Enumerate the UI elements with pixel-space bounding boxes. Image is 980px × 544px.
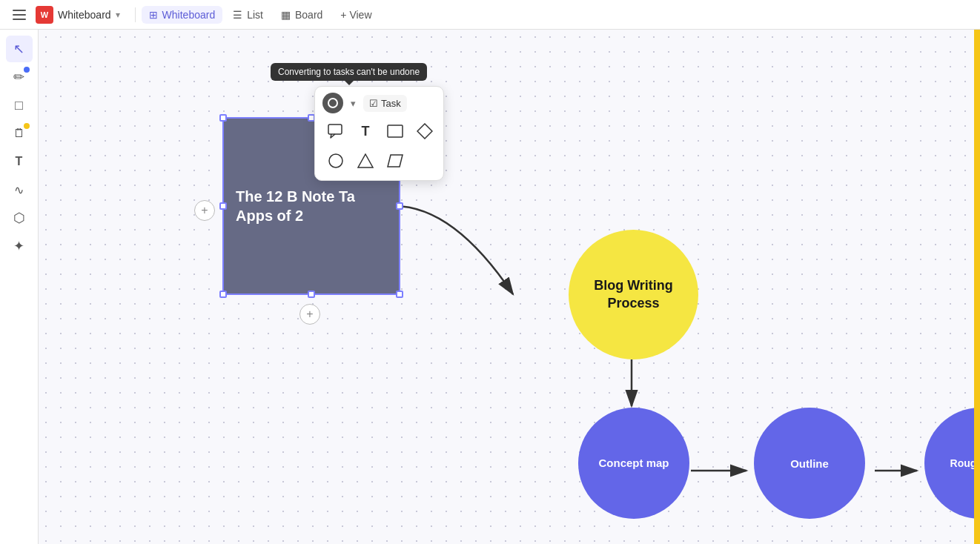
popup-top-row: ▾ ☑ Task — [322, 93, 436, 113]
app-icon: W — [36, 6, 53, 24]
shape-callout[interactable] — [322, 118, 349, 145]
task-label: Task — [381, 98, 401, 109]
draw-dot — [24, 67, 30, 73]
left-toolbar: ↖ ✏ □ 🗒 T ∿ ⬡ ✦ — [0, 30, 39, 544]
task-check-icon: ☑ — [369, 98, 378, 109]
add-button-2[interactable]: + — [299, 304, 320, 325]
blog-writing-label: Blog Writing Process — [569, 270, 698, 319]
popup-task-button[interactable]: ☑ Task — [363, 95, 407, 112]
shape-triangle[interactable] — [352, 147, 379, 174]
svg-rect-4 — [328, 125, 342, 134]
svg-marker-8 — [358, 154, 373, 167]
shape-icon: □ — [15, 98, 23, 113]
shape-diamond[interactable] — [411, 118, 438, 145]
svg-marker-9 — [388, 155, 403, 167]
sel-handle-tl — [219, 114, 227, 122]
rough-draft-label: Rough Draft — [944, 451, 974, 475]
note-text: The 12 B Note Ta Apps of 2 — [224, 175, 399, 237]
tool-draw[interactable]: ✏ — [6, 64, 33, 90]
svg-rect-5 — [388, 125, 403, 137]
concept-map-label: Concept map — [592, 450, 675, 477]
tab-board[interactable]: ▦ Board — [274, 6, 330, 24]
text-icon: T — [16, 155, 23, 168]
rough-draft-node[interactable]: Rough Draft — [924, 408, 974, 519]
outline-node[interactable]: Outline — [754, 408, 865, 519]
tool-note[interactable]: 🗒 — [6, 120, 33, 147]
right-color-strip — [974, 30, 980, 544]
main-layout: ↖ ✏ □ 🗒 T ∿ ⬡ ✦ — [0, 30, 980, 544]
tool-connect[interactable]: ⬡ — [6, 205, 33, 231]
menu-button[interactable] — [9, 4, 30, 25]
shape-text[interactable]: T — [352, 118, 379, 145]
blog-writing-node[interactable]: Blog Writing Process — [569, 230, 698, 359]
tab-list[interactable]: ☰ List — [225, 6, 271, 24]
note-dot — [24, 123, 30, 129]
tool-text[interactable]: T — [6, 148, 33, 175]
concept-map-node[interactable]: Concept map — [578, 408, 689, 519]
convert-tooltip: Converting to tasks can't be undone — [271, 63, 427, 81]
list-tab-icon: ☰ — [233, 9, 242, 21]
note-icon: 🗒 — [13, 127, 25, 140]
select-icon: ↖ — [13, 41, 24, 57]
whiteboard-tab-icon: ⊞ — [149, 9, 158, 21]
sel-handle-bm — [308, 291, 315, 298]
canvas[interactable]: The 12 B Note Ta Apps of 2 Converting to… — [39, 30, 974, 544]
list-tab-label: List — [247, 9, 263, 21]
svg-point-7 — [329, 154, 342, 167]
app-chevron: ▾ — [116, 10, 120, 20]
svg-marker-6 — [417, 124, 432, 139]
sel-handle-bl — [219, 291, 227, 298]
tool-pen[interactable]: ∿ — [6, 176, 33, 203]
sel-handle-ml — [219, 202, 227, 210]
draw-icon: ✏ — [13, 69, 24, 85]
tab-whiteboard[interactable]: ⊞ Whiteboard — [142, 6, 223, 24]
shape-popup: Converting to tasks can't be undone ▾ ☑ … — [314, 86, 444, 181]
shape-rect[interactable] — [382, 118, 408, 145]
board-tab-label: Board — [295, 9, 322, 21]
magic-icon: ✦ — [13, 238, 24, 254]
popup-dot-button[interactable] — [322, 93, 343, 113]
add-view-button[interactable]: + View — [333, 6, 379, 24]
sel-handle-mr — [396, 202, 403, 210]
outline-label: Outline — [790, 457, 829, 470]
tool-magic[interactable]: ✦ — [6, 233, 33, 259]
shape-parallelogram[interactable] — [382, 147, 408, 174]
sel-handle-br — [396, 291, 403, 298]
shape-grid: T — [322, 118, 436, 174]
topbar: W Whiteboard ▾ ⊞ Whiteboard ☰ List ▦ Boa… — [0, 0, 980, 30]
pen-icon: ∿ — [14, 183, 24, 197]
divider-1 — [135, 7, 136, 22]
tool-select[interactable]: ↖ — [6, 36, 33, 62]
popup-separator: ▾ — [351, 98, 356, 109]
add-view-label: + View — [340, 9, 371, 21]
popup-dot-inner — [328, 98, 338, 108]
tool-shape[interactable]: □ — [6, 92, 33, 119]
app-name: Whiteboard — [58, 9, 111, 21]
board-tab-icon: ▦ — [281, 9, 291, 21]
shape-circle[interactable] — [322, 147, 349, 174]
connect-icon: ⬡ — [13, 210, 25, 226]
whiteboard-tab-label: Whiteboard — [162, 9, 216, 21]
add-button-1[interactable]: + — [194, 200, 215, 221]
